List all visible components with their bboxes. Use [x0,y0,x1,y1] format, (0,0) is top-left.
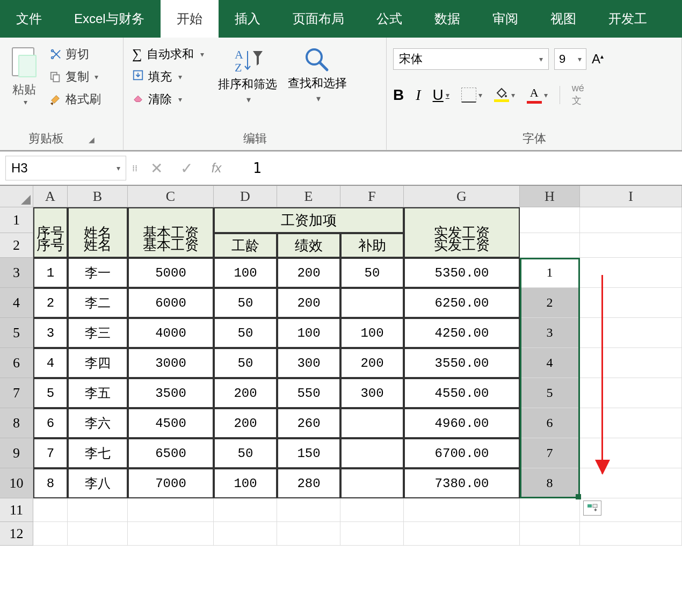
row-header[interactable]: 2 [0,233,33,258]
row-header[interactable]: 4 [0,288,33,318]
cell[interactable] [404,498,520,522]
cell[interactable]: 50 [340,258,404,288]
cell[interactable] [580,408,682,438]
cell[interactable]: 200 [214,378,277,408]
bold-button[interactable]: B [393,86,404,104]
cell[interactable]: 100 [277,318,340,348]
col-header[interactable]: F [340,186,404,207]
phonetic-button[interactable]: wé文 [572,83,584,107]
italic-button[interactable]: I [416,86,420,104]
col-header[interactable]: D [214,186,277,207]
cell[interactable]: 200 [340,348,404,378]
cell[interactable]: 李五 [68,378,128,408]
cell[interactable] [580,522,682,546]
menu-page-layout[interactable]: 页面布局 [277,0,360,38]
cell[interactable]: 5000 [128,258,214,288]
copy-button[interactable]: 复制 ▾ [48,69,101,85]
cell[interactable] [580,288,682,318]
cell[interactable]: 7000 [128,468,214,498]
header-cell[interactable] [404,207,520,233]
cell[interactable] [33,498,68,522]
row-header[interactable]: 8 [0,408,33,438]
cell[interactable]: 6700.00 [404,438,520,468]
row-header[interactable]: 3 [0,258,33,288]
menu-data[interactable]: 数据 [418,0,476,38]
cell[interactable]: 150 [277,438,340,468]
menu-formula[interactable]: 公式 [360,0,418,38]
font-name-select[interactable]: 宋体 ▾ [393,48,549,70]
cell[interactable]: 5 [33,378,68,408]
cell[interactable]: 3 [33,318,68,348]
cell[interactable]: 3000 [128,348,214,378]
cell[interactable]: 李八 [68,468,128,498]
select-all-corner[interactable] [0,186,33,207]
cell[interactable]: 100 [340,318,404,348]
menu-view[interactable]: 视图 [534,0,592,38]
menu-file[interactable]: 文件 [0,0,58,38]
header-cell[interactable]: 基本工资 [128,233,214,258]
row-header[interactable]: 11 [0,498,33,522]
format-painter-button[interactable]: 格式刷 [48,91,101,107]
cell[interactable]: 260 [277,408,340,438]
cell[interactable]: 6250.00 [404,288,520,318]
cell[interactable] [128,498,214,522]
header-cell[interactable] [68,207,128,233]
cell[interactable]: 李六 [68,408,128,438]
menu-home[interactable]: 开始 [161,0,219,38]
cell[interactable]: 2 [33,288,68,318]
cell[interactable]: 5 [520,378,580,408]
underline-button[interactable]: U▾ [433,86,449,104]
insert-function-button[interactable]: fx [201,161,231,176]
cell[interactable]: 6000 [128,288,214,318]
cell[interactable] [580,378,682,408]
header-cell[interactable]: 工资加项 [214,207,404,233]
clear-button[interactable]: 清除 ▾ [132,91,204,107]
row-header[interactable]: 6 [0,348,33,378]
cell[interactable] [277,522,340,546]
cell[interactable]: 6 [33,408,68,438]
col-header[interactable]: A [33,186,68,207]
cell[interactable]: 7 [520,438,580,468]
col-header[interactable]: B [68,186,128,207]
menu-insert[interactable]: 插入 [219,0,277,38]
header-cell[interactable] [33,207,68,233]
col-header[interactable]: G [404,186,520,207]
cell[interactable]: 7 [33,438,68,468]
fill-button[interactable]: 填充 ▾ [132,69,204,85]
cell[interactable]: 6500 [128,438,214,468]
cell[interactable]: 4000 [128,318,214,348]
worksheet-grid[interactable]: A B C D E F G H I 1 工资加项 2 序号 姓名 基本工资 工龄… [0,186,682,546]
cell[interactable] [68,522,128,546]
cell[interactable]: 3550.00 [404,348,520,378]
cell[interactable]: 7380.00 [404,468,520,498]
cell[interactable]: 200 [277,288,340,318]
cell[interactable] [340,408,404,438]
header-cell[interactable]: 序号 [33,233,68,258]
cell[interactable]: 100 [214,258,277,288]
cell[interactable] [33,522,68,546]
sort-filter-button[interactable]: A Z 排序和筛选 ▾ [213,42,282,105]
cell[interactable] [580,207,682,233]
cell[interactable]: 2 [520,288,580,318]
cell[interactable]: 李七 [68,438,128,468]
cell[interactable]: 8 [33,468,68,498]
dialog-launcher-icon[interactable]: ◢ [89,135,95,144]
col-header[interactable]: H [520,186,580,207]
cell[interactable] [340,522,404,546]
name-box[interactable]: H3 ▾ [5,156,126,180]
menu-review[interactable]: 审阅 [476,0,534,38]
border-button[interactable]: ▾ [461,88,482,103]
formula-input[interactable]: 1 [231,160,682,176]
cell[interactable] [580,318,682,348]
cell[interactable] [520,207,580,233]
cell[interactable]: 50 [214,438,277,468]
cell[interactable]: 4550.00 [404,378,520,408]
cell[interactable]: 1 [520,258,580,288]
header-cell[interactable]: 姓名 [68,233,128,258]
cell[interactable]: 4 [520,348,580,378]
header-cell[interactable]: 绩效 [277,233,340,258]
cell[interactable]: 李一 [68,258,128,288]
cell[interactable] [404,522,520,546]
row-header[interactable]: 1 [0,207,33,233]
cell[interactable]: 4500 [128,408,214,438]
